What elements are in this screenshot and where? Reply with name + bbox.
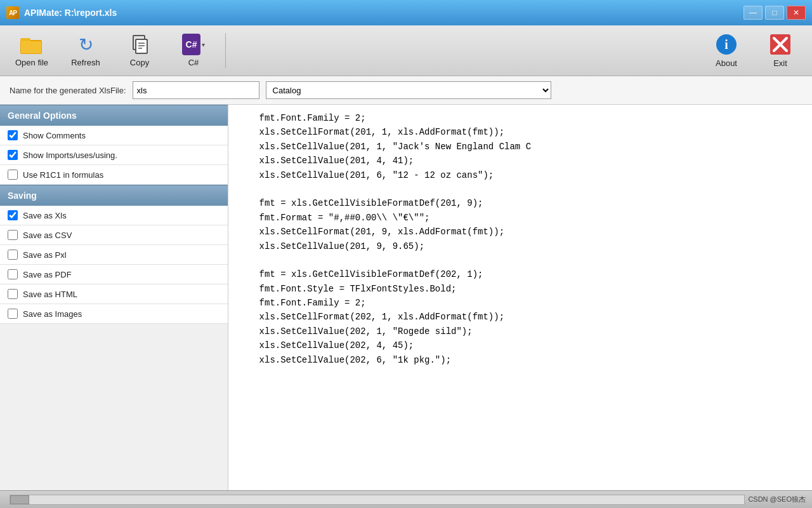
status-text: CSDN @SEO狼杰 xyxy=(748,495,806,504)
save-pxl-label[interactable]: Save as Pxl xyxy=(23,250,67,260)
save-csv-item: Save as CSV xyxy=(0,225,228,245)
title-left: AP APIMate: R:\report.xls xyxy=(6,6,117,19)
main-content: General Options Show Comments Show Impor… xyxy=(0,105,812,490)
about-label: About xyxy=(716,58,737,68)
about-icon: i xyxy=(715,33,738,56)
save-csv-label[interactable]: Save as CSV xyxy=(23,231,72,240)
save-html-checkbox[interactable] xyxy=(8,289,18,299)
title-bar: AP APIMate: R:\report.xls — □ ✕ xyxy=(0,0,812,25)
xls-name-input[interactable] xyxy=(133,81,259,99)
svg-rect-4 xyxy=(136,39,147,53)
use-r1c1-checkbox[interactable] xyxy=(8,170,18,180)
about-button[interactable]: i About xyxy=(701,30,752,71)
save-images-label[interactable]: Save as Images xyxy=(23,309,82,319)
folder-icon xyxy=(20,34,43,55)
save-html-label[interactable]: Save as HTML xyxy=(23,290,77,299)
save-pdf-label[interactable]: Save as PDF xyxy=(23,270,72,279)
save-pdf-item: Save as PDF xyxy=(0,265,228,284)
csharp-icon: C# ▾ xyxy=(182,34,205,55)
code-area[interactable]: fmt.Font.Family = 2; xls.SetCellFormat(2… xyxy=(228,105,812,490)
close-button[interactable]: ✕ xyxy=(787,6,806,20)
save-xls-item: Save as Xls xyxy=(0,206,228,225)
save-csv-checkbox[interactable] xyxy=(8,230,18,240)
sidebar: General Options Show Comments Show Impor… xyxy=(0,105,228,490)
save-pdf-checkbox[interactable] xyxy=(8,269,18,279)
svg-rect-2 xyxy=(21,41,41,53)
use-r1c1-label[interactable]: Use R1C1 in formulas xyxy=(23,170,103,180)
toolbar-separator xyxy=(225,33,226,68)
refresh-icon: ↻ xyxy=(74,34,97,55)
status-bar: CSDN @SEO狼杰 xyxy=(0,490,812,508)
refresh-button[interactable]: ↻ Refresh xyxy=(60,30,111,71)
window-controls: — □ ✕ xyxy=(743,6,806,20)
toolbar-right: i About Exit xyxy=(701,30,806,71)
show-comments-label[interactable]: Show Comments xyxy=(23,131,86,140)
exit-icon xyxy=(769,33,792,56)
maximize-button[interactable]: □ xyxy=(765,6,784,20)
save-pxl-checkbox[interactable] xyxy=(8,250,18,260)
open-file-label: Open file xyxy=(15,58,48,67)
use-r1c1-item: Use R1C1 in formulas xyxy=(0,165,228,185)
copy-button[interactable]: Copy xyxy=(114,30,165,71)
csharp-label: C# xyxy=(188,58,199,67)
show-imports-item: Show Imports/uses/using. xyxy=(0,145,228,165)
refresh-label: Refresh xyxy=(71,58,100,67)
copy-label: Copy xyxy=(130,58,149,67)
minimize-button[interactable]: — xyxy=(743,6,763,20)
scrollbar-thumb[interactable] xyxy=(10,495,29,504)
save-xls-label[interactable]: Save as Xls xyxy=(23,211,67,220)
show-imports-label[interactable]: Show Imports/uses/using. xyxy=(23,150,117,160)
saving-header: Saving xyxy=(0,185,228,206)
svg-text:i: i xyxy=(724,37,728,51)
catalog-select[interactable]: Catalog xyxy=(266,81,551,99)
app-icon: AP xyxy=(6,6,19,19)
save-html-item: Save as HTML xyxy=(0,284,228,304)
exit-button[interactable]: Exit xyxy=(755,30,806,71)
exit-label: Exit xyxy=(773,58,787,68)
save-images-checkbox[interactable] xyxy=(8,309,18,319)
csharp-button[interactable]: C# ▾ C# xyxy=(168,30,219,71)
code-container: fmt.Font.Family = 2; xls.SetCellFormat(2… xyxy=(228,105,812,490)
toolbar: Open file ↻ Refresh Copy C# ▾ C# xyxy=(0,25,812,76)
save-images-item: Save as Images xyxy=(0,304,228,324)
horizontal-scrollbar[interactable] xyxy=(10,495,745,505)
xls-name-label: Name for the generated XlsFile: xyxy=(10,86,126,95)
show-comments-item: Show Comments xyxy=(0,126,228,145)
show-comments-checkbox[interactable] xyxy=(8,130,18,140)
copy-icon xyxy=(128,34,151,55)
name-bar: Name for the generated XlsFile: Catalog xyxy=(0,76,812,105)
open-file-button[interactable]: Open file xyxy=(6,30,57,71)
window-title: APIMate: R:\report.xls xyxy=(24,8,117,18)
save-pxl-item: Save as Pxl xyxy=(0,245,228,265)
save-xls-checkbox[interactable] xyxy=(8,210,18,220)
show-imports-checkbox[interactable] xyxy=(8,150,18,160)
general-options-header: General Options xyxy=(0,105,228,126)
